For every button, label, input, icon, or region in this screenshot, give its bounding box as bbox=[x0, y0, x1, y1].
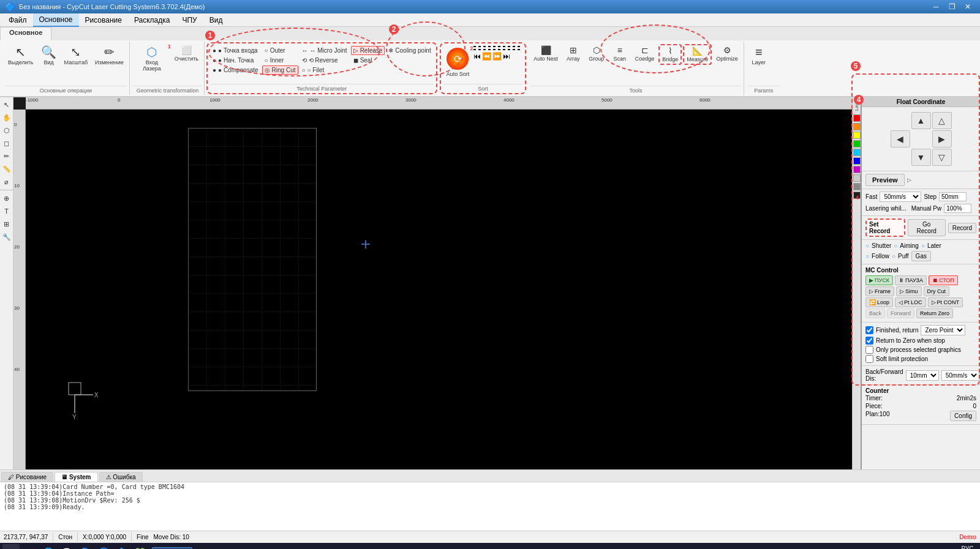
btn-scale[interactable]: ⤡ Масштаб bbox=[61, 44, 91, 67]
gas-btn[interactable]: Gas bbox=[911, 251, 931, 261]
return-zero-checkbox[interactable] bbox=[865, 337, 873, 345]
bf-val1-select[interactable]: 10mm bbox=[906, 370, 939, 381]
btn-compensate[interactable]: ● ● Compensate bbox=[210, 65, 261, 75]
stop-btn[interactable]: ⏹ СТОП bbox=[929, 275, 958, 285]
btn-ring-cut[interactable]: ◎ Ring Cut bbox=[262, 65, 298, 75]
start-button[interactable]: ⊞ bbox=[2, 544, 20, 549]
ribbon-tab-basic[interactable]: Основное bbox=[0, 27, 51, 40]
btn-entry-point[interactable]: ● ● Точка входа bbox=[210, 46, 261, 55]
tool-crosshair[interactable]: ⊕ bbox=[1, 192, 13, 204]
btn-array[interactable]: ⊞ Array bbox=[562, 44, 584, 64]
pt-loc-btn[interactable]: ◁ Pt LOC bbox=[895, 297, 926, 307]
forward-btn[interactable]: Forward bbox=[887, 308, 914, 318]
layer-color-yellow[interactable] bbox=[853, 132, 861, 139]
taskbar-app-folder[interactable]: 📁 bbox=[21, 544, 38, 549]
nav-right-btn[interactable]: ▶ bbox=[932, 130, 952, 148]
sort-fwd-btn[interactable]: ⏩ bbox=[492, 52, 502, 61]
menu-cnc[interactable]: ЧПУ bbox=[176, 13, 203, 27]
taskbar-app-green[interactable]: 💚 bbox=[131, 544, 148, 549]
nav-up-btn[interactable]: ▲ bbox=[911, 112, 931, 129]
pt-cont-btn[interactable]: ▷ Pt CONT bbox=[928, 297, 963, 307]
shutter-radio[interactable]: ○ bbox=[865, 242, 869, 249]
close-button[interactable]: ✕ bbox=[960, 1, 975, 12]
btn-select[interactable]: ↖ Выделить bbox=[5, 44, 37, 67]
btn-filet[interactable]: ○ ○ Filet bbox=[300, 65, 350, 75]
btn-group[interactable]: ⬡ Group bbox=[586, 44, 608, 64]
fast-select[interactable]: 50mm/s 100mm/s bbox=[880, 192, 921, 202]
tab-system[interactable]: 🖥 System bbox=[55, 472, 97, 482]
tool-grid[interactable]: ⊞ bbox=[1, 218, 13, 230]
restore-button[interactable]: ❐ bbox=[944, 1, 959, 12]
taskbar-app-blue[interactable]: 🔵 bbox=[76, 544, 93, 549]
tool-hand[interactable]: ✋ bbox=[1, 111, 13, 124]
pusk-btn[interactable]: ▶ ПУСК bbox=[865, 275, 893, 285]
menu-layout[interactable]: Раскладка bbox=[128, 13, 176, 27]
tool-arrow[interactable]: ↖ bbox=[1, 99, 13, 111]
tool-ruler[interactable]: 📏 bbox=[1, 163, 13, 175]
tool-text[interactable]: T bbox=[1, 205, 13, 217]
config-btn[interactable]: Config bbox=[950, 411, 976, 421]
bf-val2-select[interactable]: 50mm/s bbox=[941, 370, 979, 381]
btn-reverse[interactable]: ⟲ ⟲ Reverse bbox=[300, 56, 350, 65]
puff-radio[interactable]: ○ bbox=[892, 253, 895, 260]
btn-scan[interactable]: ≡ Scan bbox=[609, 44, 631, 64]
btn-release[interactable]: ▷ Release bbox=[351, 46, 385, 55]
taskbar-app-spiral[interactable]: 🌀 bbox=[94, 544, 111, 549]
btn-measure[interactable]: 📐 Measure bbox=[683, 44, 712, 65]
soft-limit-checkbox[interactable] bbox=[865, 355, 873, 363]
nav-up-right-btn[interactable]: △ bbox=[932, 112, 952, 129]
btn-layer[interactable]: ≡ Layer bbox=[748, 44, 770, 67]
canvas-work[interactable]: + X Y bbox=[26, 110, 852, 469]
menu-file[interactable]: Файл bbox=[2, 13, 33, 27]
menu-view[interactable]: Вид bbox=[203, 13, 229, 27]
sort-rewind-btn[interactable]: ⏪ bbox=[482, 52, 491, 61]
back-btn[interactable]: Back bbox=[865, 308, 885, 318]
btn-inner[interactable]: ○ Inner bbox=[262, 56, 298, 65]
aiming-radio[interactable]: ○ bbox=[894, 242, 897, 249]
tool-rect[interactable]: ◻ bbox=[1, 137, 13, 149]
btn-auto-nest[interactable]: ⬛ Auto Nest bbox=[530, 44, 561, 64]
taskbar-app-browser[interactable]: 🌐 bbox=[39, 544, 56, 549]
frame-btn[interactable]: ▷ Frame bbox=[865, 286, 894, 296]
layer-color-gray[interactable] bbox=[853, 174, 861, 182]
finished-return-checkbox[interactable] bbox=[865, 326, 873, 334]
zero-point-select[interactable]: Zero Point bbox=[921, 325, 965, 335]
sort-next-btn[interactable]: ⏭ bbox=[503, 52, 510, 61]
layer-color-blue[interactable] bbox=[853, 157, 861, 165]
tool-shape[interactable]: ⬡ bbox=[1, 124, 13, 136]
btn-seal[interactable]: ◼ Seal bbox=[351, 56, 385, 65]
btn-coedge[interactable]: ⊏ Coedge bbox=[632, 44, 658, 64]
layer-color-purple[interactable] bbox=[853, 166, 861, 173]
minimize-button[interactable]: ─ bbox=[929, 1, 943, 12]
btn-bridge[interactable]: ⌇ Bridge bbox=[658, 44, 682, 65]
taskbar-app-msg[interactable]: 💬 bbox=[58, 544, 75, 549]
tab-error[interactable]: ⚠ Ошибка bbox=[99, 472, 143, 482]
tab-drawing[interactable]: 🖊 Рисование bbox=[1, 472, 53, 482]
active-app-btn[interactable]: 🔷 CypCut bbox=[152, 547, 192, 550]
return-zero-btn[interactable]: Return Zero bbox=[916, 308, 953, 318]
nav-down-right-btn[interactable]: ▽ bbox=[932, 149, 952, 166]
sort-prev-btn[interactable]: ⏮ bbox=[473, 52, 481, 61]
layer-color-green[interactable] bbox=[853, 140, 861, 148]
taskbar-app-diamond[interactable]: 🔷 bbox=[113, 544, 130, 549]
manual-pw-input[interactable] bbox=[944, 204, 971, 213]
layer-color-darkgray[interactable] bbox=[853, 183, 861, 190]
set-record-btn[interactable]: Set Record bbox=[865, 218, 905, 237]
btn-outer[interactable]: ○ Outer bbox=[262, 46, 298, 55]
btn-cooling-point[interactable]: ❄ Cooling point bbox=[386, 46, 433, 55]
tool-pencil[interactable]: ✏ bbox=[1, 150, 13, 162]
btn-micro-joint[interactable]: ↔ ↔ Micro Joint bbox=[300, 46, 350, 55]
nav-left-btn[interactable]: ◀ bbox=[891, 130, 910, 148]
menu-basic[interactable]: Основное bbox=[33, 13, 79, 27]
only-process-checkbox[interactable] bbox=[865, 346, 873, 354]
tool-settings[interactable]: 🔧 bbox=[1, 231, 13, 243]
step-input[interactable] bbox=[939, 192, 967, 201]
later-radio[interactable]: ○ bbox=[921, 242, 925, 249]
layer-color-red[interactable] bbox=[853, 114, 861, 122]
btn-view[interactable]: 🔍 Вид bbox=[38, 44, 60, 67]
nav-down-btn[interactable]: ▼ bbox=[911, 149, 931, 166]
menu-drawing[interactable]: Рисование bbox=[79, 13, 128, 27]
follow-radio[interactable]: ○ bbox=[865, 253, 869, 260]
record-btn[interactable]: Record bbox=[948, 223, 976, 233]
dry-cut-btn[interactable]: Dry Cut bbox=[924, 286, 950, 296]
